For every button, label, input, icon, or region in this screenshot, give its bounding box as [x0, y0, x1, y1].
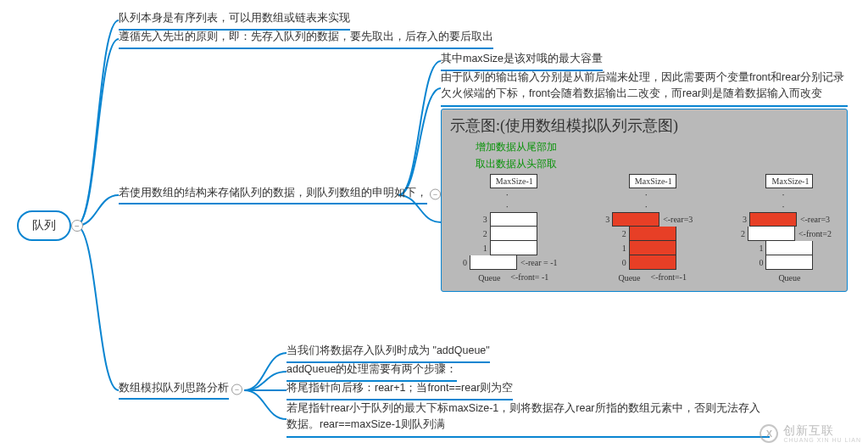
- branch-n4-label: 数组模拟队列思路分析: [119, 381, 229, 394]
- leaf-n3b: 由于队列的输出输入分别是从前后端来处理，因此需要两个变量front和rear分别…: [441, 70, 848, 107]
- root-label: 队列: [32, 218, 56, 233]
- diagram-note2: 取出数据从头部取: [450, 157, 838, 171]
- leaf-n1: 队列本身是有序列表，可以用数组或链表来实现: [119, 10, 350, 31]
- branch-n4[interactable]: 数组模拟队列思路分析 −: [119, 380, 229, 400]
- queue-diagram: 示意图:(使用数组模拟队列示意图) 增加数据从尾部加 取出数据从头部取 MaxS…: [441, 109, 848, 294]
- logo-icon: X: [760, 424, 778, 443]
- root-node[interactable]: 队列 −: [17, 210, 71, 241]
- leaf-n4b: addQueue的处理需要有两个步骤：: [287, 361, 457, 382]
- collapse-icon[interactable]: −: [430, 188, 441, 199]
- leaf-n2: 遵循先入先出的原则，即：先存入队列的数据，要先取出，后存入的要后取出: [119, 29, 493, 49]
- leaf-n4d: 若尾指针rear小于队列的最大下标maxSize-1，则将数据存入rear所指的…: [287, 400, 770, 438]
- leaf-n4a: 当我们将数据存入队列时成为 "addQueue": [287, 343, 490, 363]
- queue-1: MaxSize-1 · · 3 2 1 0<-rear = -1 Queue<-…: [457, 174, 557, 284]
- watermark-sub: CHUANG XIN HU LIAN: [783, 437, 861, 443]
- collapse-icon[interactable]: −: [231, 384, 242, 395]
- collapse-icon[interactable]: −: [71, 220, 83, 232]
- diagram-title: 示意图:(使用数组模拟队列示意图): [450, 115, 838, 138]
- watermark: X 创新互联 CHUANG XIN HU LIAN: [760, 423, 861, 443]
- queue-3: MaxSize-1 · · 3<-rear=3 2<-front=2 1 0 Q…: [735, 174, 832, 284]
- leaf-n3a: 其中maxSize是该对哦的最大容量: [441, 51, 603, 71]
- branch-n3-label: 若使用数组的结构来存储队列的数据，则队列数组的申明如下，: [119, 186, 427, 199]
- leaf-n4c: 将尾指针向后移：rear+1；当front==rear则为空: [287, 380, 513, 400]
- branch-n3[interactable]: 若使用数组的结构来存储队列的数据，则队列数组的申明如下， −: [119, 185, 427, 204]
- diagram-note1: 增加数据从尾部加: [450, 140, 838, 154]
- queue-2: MaxSize-1 · · 3<-rear=3 2 1 0 Queue<-fro…: [599, 174, 693, 284]
